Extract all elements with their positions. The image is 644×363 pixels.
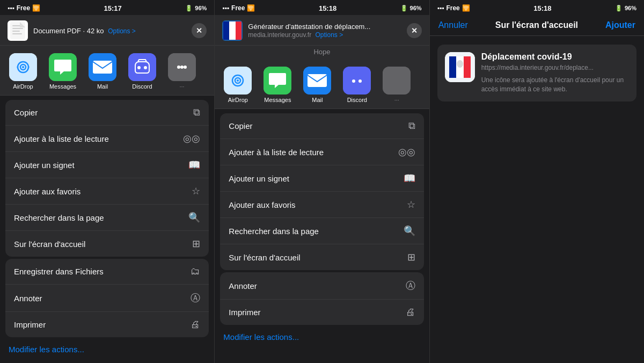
doc-thumbnail-2 <box>222 20 243 41</box>
carrier-2: Free <box>231 4 245 12</box>
messages-label-2: Messages <box>264 97 291 103</box>
svg-rect-2 <box>12 28 23 29</box>
menu-section-1a: Copier ⧉ Ajouter à la liste de lecture ◎… <box>5 100 209 257</box>
modify-actions-2[interactable]: Modifier les actions... <box>215 327 429 347</box>
svg-point-17 <box>180 66 184 69</box>
hs-url: https://media.interieur.gouv.fr/deplace.… <box>481 64 629 71</box>
svg-rect-19 <box>223 21 229 40</box>
menu-item-print-1[interactable]: Imprimer 🖨 <box>5 312 209 337</box>
panel-2: ▪▪▪ Free 🛜 15:18 🔋 96% <box>214 0 429 363</box>
app-row-2: AirDrop Messages <box>215 59 429 109</box>
signal-icon-2: ▪▪▪ <box>222 4 229 12</box>
menu-item-annotate-2[interactable]: Annoter Ⓐ <box>220 272 423 300</box>
rf-app-icon <box>445 52 475 82</box>
status-bar-3: ▪▪▪ Free 🛜 15:18 🔋 96% <box>430 0 644 15</box>
share-header-2: Générateur d'attestation de déplacem... … <box>215 15 429 46</box>
wifi-icon: 🛜 <box>32 4 40 12</box>
menu-item-homescreen-1[interactable]: Sur l'écran d'accueil ⊞ <box>5 231 209 257</box>
doc-title-2: Générateur d'attestation de déplacem... <box>248 23 401 31</box>
hs-title: Déplacement covid-19 <box>481 52 629 62</box>
discord-label-2: Discord <box>347 97 367 103</box>
menu-item-files-1[interactable]: Enregistrer dans Fichiers 🗂 <box>5 259 209 285</box>
signal-icon-3: ▪▪▪ <box>437 4 444 12</box>
hs-desc: Une icône sera ajoutée à l'écran d'accue… <box>481 76 629 94</box>
menu-item-favoris-2[interactable]: Ajouter aux favoris ☆ <box>220 192 423 218</box>
menu-item-readinglist-1[interactable]: Ajouter à la liste de lecture ◎◎ <box>5 126 209 152</box>
airdrop-label-1: AirDrop <box>13 83 33 90</box>
search-icon-2: 🔍 <box>404 225 415 237</box>
app-messages-2[interactable]: Messages <box>259 67 296 103</box>
options-link-2[interactable]: Options > <box>316 31 343 39</box>
page-title-3: Sur l'écran d'accueil <box>495 20 578 30</box>
menu-item-copier-2[interactable]: Copier ⧉ <box>220 113 423 139</box>
battery-icon-2: 🔋 <box>400 5 408 12</box>
svg-point-14 <box>144 66 147 69</box>
app-airdrop-1[interactable]: AirDrop <box>4 53 42 90</box>
messages-icon-2 <box>264 67 291 95</box>
svg-point-25 <box>237 79 239 82</box>
options-link-1[interactable]: Options > <box>108 27 136 35</box>
app-messages-1[interactable]: Messages <box>44 53 82 90</box>
app-more-1[interactable]: ··· <box>163 53 201 90</box>
star-icon: ☆ <box>192 185 200 197</box>
svg-rect-20 <box>229 21 236 40</box>
menu-item-annotate-1[interactable]: Annoter Ⓐ <box>5 285 209 312</box>
signal-icon: ▪▪▪ <box>8 4 14 12</box>
bookmark-icon-2: 📖 <box>404 172 415 184</box>
copy-icon: ⧉ <box>193 107 200 118</box>
menu-item-favoris-1[interactable]: Ajouter aux favoris ☆ <box>5 178 209 205</box>
bookmark-icon: 📖 <box>188 159 200 171</box>
doc-thumbnail-1 <box>8 20 28 41</box>
close-button-2[interactable]: ✕ <box>407 23 422 38</box>
svg-rect-4 <box>12 33 22 34</box>
app-more-2[interactable]: ··· <box>378 67 415 103</box>
svg-point-8 <box>22 66 24 68</box>
battery-area-2: 🔋 96% <box>400 5 422 12</box>
doc-sub-2: media.interieur.gouv.fr Options > <box>248 31 401 39</box>
addbox-icon-2: ⊞ <box>407 251 415 263</box>
menu-item-readinglist-2[interactable]: Ajouter à la liste de lecture ◎◎ <box>220 139 423 165</box>
status-left-2: ▪▪▪ Free 🛜 <box>222 4 255 12</box>
discord-label-1: Discord <box>132 83 152 90</box>
battery-icon: 🔋 <box>185 5 193 12</box>
addbox-icon: ⊞ <box>192 238 200 250</box>
airdrop-icon-1 <box>9 53 37 81</box>
menu-item-print-2[interactable]: Imprimer 🖨 <box>220 300 423 325</box>
svg-rect-28 <box>308 74 327 87</box>
menu-item-search-2[interactable]: Rechercher dans la page 🔍 <box>220 218 423 244</box>
more-icon-2 <box>383 67 411 95</box>
modify-actions-1[interactable]: Modifier les actions... <box>0 339 214 359</box>
menu-item-search-1[interactable]: Rechercher dans la page 🔍 <box>5 205 209 231</box>
app-airdrop-2[interactable]: AirDrop <box>219 67 257 103</box>
add-button-3[interactable]: Ajouter <box>605 20 635 30</box>
menu-item-copier-1[interactable]: Copier ⧉ <box>5 100 209 126</box>
close-button-1[interactable]: ✕ <box>192 23 207 38</box>
doc-title-area-1: Document PDF · 42 ko Options > <box>33 27 186 35</box>
annotate-icon: Ⓐ <box>191 292 200 304</box>
messages-icon-1 <box>49 53 77 81</box>
status-left-3: ▪▪▪ Free 🛜 <box>437 4 470 12</box>
app-mail-2[interactable]: Mail <box>298 67 336 103</box>
panel-1: ▪▪▪ Free 🛜 15:17 🔋 96% <box>0 0 214 363</box>
menu-item-signet-2[interactable]: Ajouter un signet 📖 <box>220 165 423 192</box>
time-2: 15:18 <box>319 4 336 12</box>
menu-item-signet-1[interactable]: Ajouter un signet 📖 <box>5 152 209 178</box>
battery-area-3: 🔋 96% <box>615 5 636 12</box>
panel-3: ▪▪▪ Free 🛜 15:18 🔋 96% Annuler Sur l'écr… <box>429 0 644 363</box>
battery-pct-3: 96% <box>625 5 636 11</box>
app-discord-2[interactable]: Discord <box>338 67 376 103</box>
menu-scroll-1: Copier ⧉ Ajouter à la liste de lecture ◎… <box>0 96 214 363</box>
menu-item-homescreen-2[interactable]: Sur l'écran d'accueil ⊞ <box>220 244 423 270</box>
copy-icon-2: ⧉ <box>408 120 415 132</box>
app-mail-1[interactable]: Mail <box>84 53 121 90</box>
battery-pct-1: 96% <box>195 5 207 11</box>
app-row-1: AirDrop Messages <box>0 46 214 96</box>
app-discord-1[interactable]: Discord <box>123 53 161 90</box>
mail-label-2: Mail <box>312 97 323 103</box>
cancel-button-3[interactable]: Annuler <box>438 20 468 30</box>
airdrop-icon-2 <box>224 67 252 95</box>
svg-rect-11 <box>93 61 112 74</box>
svg-point-16 <box>177 66 180 69</box>
svg-rect-21 <box>236 21 241 40</box>
svg-rect-29 <box>343 67 371 95</box>
